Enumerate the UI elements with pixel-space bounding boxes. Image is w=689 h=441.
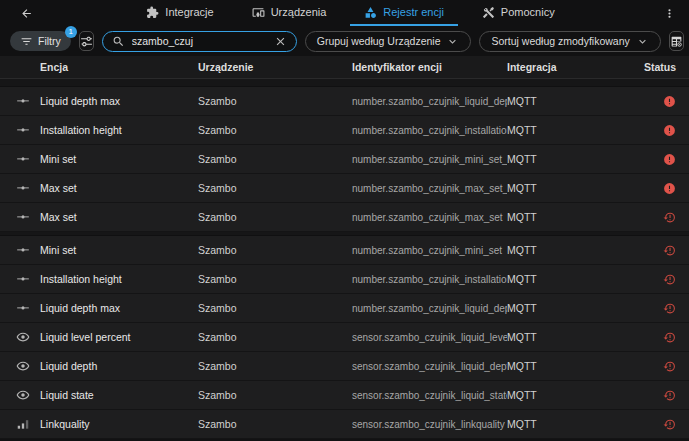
table-row[interactable]: Max setSzambonumber.szambo_czujnik_max_s…: [0, 174, 689, 203]
ray-vertex-icon: [6, 123, 40, 137]
entity-name: Mini set: [40, 153, 198, 165]
group-header-strip: [0, 79, 689, 87]
column-header-integration[interactable]: Integracja: [507, 61, 625, 73]
ray-vertex-icon: [6, 301, 40, 315]
device-name: Szambo: [198, 418, 352, 430]
ray-vertex-icon: [6, 210, 40, 224]
entity-id: number.szambo_czujnik_mini_set_2: [352, 154, 507, 165]
entity-id: sensor.szambo_czujnik_liquid_depth: [352, 361, 507, 372]
table-row[interactable]: Installation heightSzambonumber.szambo_c…: [0, 116, 689, 145]
device-name: Szambo: [198, 273, 352, 285]
table-body: Liquid depth maxSzambonumber.szambo_czuj…: [0, 87, 689, 439]
search-field[interactable]: [102, 31, 297, 52]
clear-search-icon[interactable]: [274, 35, 287, 48]
tune-filters-button[interactable]: [79, 31, 94, 51]
tab-devices[interactable]: Urządzenia: [238, 0, 341, 26]
entity-id: number.szambo_czujnik_max_set: [352, 212, 507, 223]
entity-id: sensor.szambo_czujnik_linkquality: [352, 419, 507, 430]
entity-id: number.szambo_czujnik_max_set_2: [352, 183, 507, 194]
integration-name: MQTT: [507, 211, 625, 223]
entity-name: Mini set: [40, 244, 198, 256]
device-name: Szambo: [198, 182, 352, 194]
arrow-left-icon: [20, 7, 33, 20]
integration-name: MQTT: [507, 124, 625, 136]
tab-label: Rejestr encji: [383, 6, 444, 18]
restore-alert-icon: [625, 211, 689, 224]
entity-registry-page: Integracje Urządzenia Rejestr encji Pomo…: [0, 0, 689, 441]
table-row[interactable]: Liquid depth maxSzambonumber.szambo_czuj…: [0, 87, 689, 116]
group-by-label: Grupuj według Urządzenie: [317, 35, 441, 47]
table-row[interactable]: Installation heightSzambonumber.szambo_c…: [0, 265, 689, 294]
filter-variant-icon: [20, 35, 33, 48]
filters-button[interactable]: Filtry 1: [10, 31, 71, 51]
device-name: Szambo: [198, 95, 352, 107]
eye-icon: [6, 359, 40, 373]
restore-alert-icon: [625, 273, 689, 286]
integration-name: MQTT: [507, 95, 625, 107]
device-name: Szambo: [198, 389, 352, 401]
ray-vertex-icon: [6, 272, 40, 286]
integration-name: MQTT: [507, 273, 625, 285]
restore-alert-icon: [625, 418, 689, 431]
table-row[interactable]: Liquid depth maxSzambonumber.szambo_czuj…: [0, 294, 689, 323]
table-row[interactable]: Mini setSzambonumber.szambo_czujnik_mini…: [0, 236, 689, 265]
devices-icon: [252, 6, 265, 19]
tab-label: Urządzenia: [271, 6, 327, 18]
entity-id: number.szambo_czujnik_mini_set: [352, 245, 507, 256]
tab-entity-registry[interactable]: Rejestr encji: [350, 0, 458, 26]
puzzle-icon: [146, 6, 159, 19]
integration-name: MQTT: [507, 244, 625, 256]
device-name: Szambo: [198, 211, 352, 223]
search-icon: [112, 35, 125, 48]
sort-by-button[interactable]: Sortuj według zmodyfikowany: [479, 31, 660, 52]
column-header-device[interactable]: Urządzenie: [198, 61, 352, 73]
entity-id: number.szambo_czujnik_liquid_depth_max: [352, 303, 507, 314]
eye-icon: [6, 388, 40, 402]
device-name: Szambo: [198, 153, 352, 165]
overflow-menu-button[interactable]: [649, 0, 689, 26]
table-row[interactable]: Liquid level percentSzambosensor.szambo_…: [0, 323, 689, 352]
group-by-button[interactable]: Grupuj według Urządzenie: [305, 31, 472, 52]
entity-name: Linkquality: [40, 418, 198, 430]
integration-name: MQTT: [507, 302, 625, 314]
table-header: Encja Urządzenie Identyfikator encji Int…: [0, 56, 689, 79]
table-row[interactable]: Liquid depthSzambosensor.szambo_czujnik_…: [0, 352, 689, 381]
restore-alert-icon: [625, 389, 689, 402]
integration-name: MQTT: [507, 331, 625, 343]
top-bar: Integracje Urządzenia Rejestr encji Pomo…: [0, 0, 689, 26]
integration-name: MQTT: [507, 153, 625, 165]
entity-id: sensor.szambo_czujnik_liquid_level_perce…: [352, 332, 507, 343]
tab-integrations[interactable]: Integracje: [132, 0, 227, 26]
entity-id: sensor.szambo_czujnik_liquid_state: [352, 390, 507, 401]
table-row[interactable]: LinkqualitySzambosensor.szambo_czujnik_l…: [0, 410, 689, 439]
tune-variant-icon: [80, 35, 93, 48]
table-row[interactable]: Max setSzambonumber.szambo_czujnik_max_s…: [0, 203, 689, 232]
dots-vertical-icon: [663, 7, 676, 20]
entity-name: Liquid state: [40, 389, 198, 401]
tab-label: Pomocnicy: [501, 6, 555, 18]
customize-columns-button[interactable]: [669, 31, 684, 51]
entity-id: number.szambo_czujnik_installation_heig…: [352, 125, 507, 136]
device-name: Szambo: [198, 244, 352, 256]
ray-vertex-icon: [6, 152, 40, 166]
tab-helpers[interactable]: Pomocnicy: [468, 0, 569, 26]
entity-name: Liquid depth max: [40, 95, 198, 107]
back-button[interactable]: [0, 0, 52, 26]
table-row[interactable]: Mini setSzambonumber.szambo_czujnik_mini…: [0, 145, 689, 174]
restore-alert-icon: [625, 244, 689, 257]
sort-by-label: Sortuj według zmodyfikowany: [491, 35, 629, 47]
toolbar: Filtry 1 Grupuj według Urządzenie Sortuj…: [0, 26, 689, 56]
ray-vertex-icon: [6, 243, 40, 257]
integration-name: MQTT: [507, 418, 625, 430]
device-name: Szambo: [198, 302, 352, 314]
column-header-entity[interactable]: Encja: [40, 61, 198, 73]
column-header-entity-id[interactable]: Identyfikator encji: [352, 61, 507, 73]
entity-name: Installation height: [40, 273, 198, 285]
search-input[interactable]: [132, 35, 267, 47]
table-row[interactable]: Liquid stateSzambosensor.szambo_czujnik_…: [0, 381, 689, 410]
alert-circle-icon: [625, 124, 689, 137]
column-header-status[interactable]: Status: [625, 61, 689, 73]
entity-name: Max set: [40, 182, 198, 194]
filters-label: Filtry: [38, 35, 61, 47]
signal-icon: [6, 417, 40, 431]
